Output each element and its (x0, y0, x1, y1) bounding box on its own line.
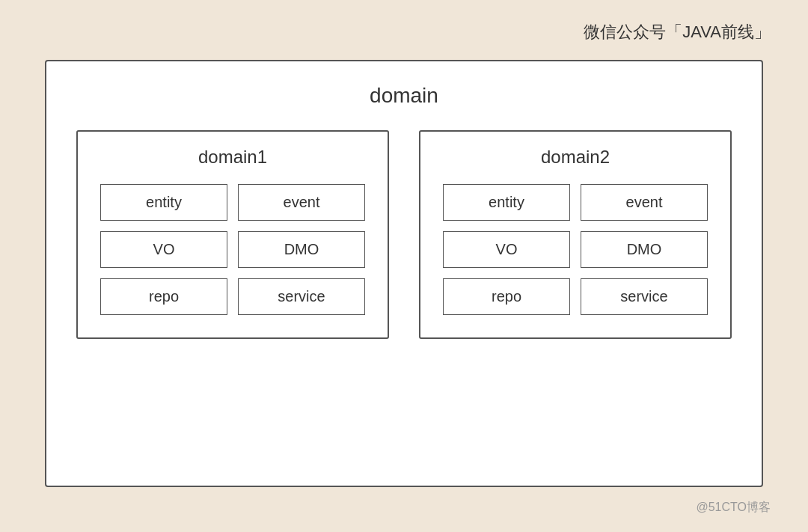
domain2-cell-service: service (581, 278, 708, 315)
domain1-cell-dmo: DMO (238, 231, 365, 268)
domain2-cell-event: event (581, 184, 708, 221)
domain1-cell-repo: repo (100, 278, 227, 315)
domain2-cell-dmo: DMO (581, 231, 708, 268)
domain1-label: domain1 (100, 147, 365, 168)
domain1-cell-entity: entity (100, 184, 227, 221)
watermark-bottom: @51CTO博客 (696, 500, 771, 516)
watermark-top: 微信公众号「JAVA前线」 (584, 21, 771, 43)
domain1-cell-service: service (238, 278, 365, 315)
outer-box: domain domain1 entity event VO DMO repo … (45, 60, 763, 487)
domain1-grid: entity event VO DMO repo service (100, 184, 365, 315)
domain2-box: domain2 entity event VO DMO repo service (419, 130, 732, 339)
domain2-cell-entity: entity (443, 184, 570, 221)
domain2-cell-vo: VO (443, 231, 570, 268)
domains-row: domain1 entity event VO DMO repo service… (46, 130, 762, 339)
domain2-cell-repo: repo (443, 278, 570, 315)
domain-label: domain (46, 84, 762, 108)
domain2-grid: entity event VO DMO repo service (443, 184, 708, 315)
domain1-cell-event: event (238, 184, 365, 221)
domain2-label: domain2 (443, 147, 708, 168)
domain1-cell-vo: VO (100, 231, 227, 268)
domain1-box: domain1 entity event VO DMO repo service (76, 130, 389, 339)
